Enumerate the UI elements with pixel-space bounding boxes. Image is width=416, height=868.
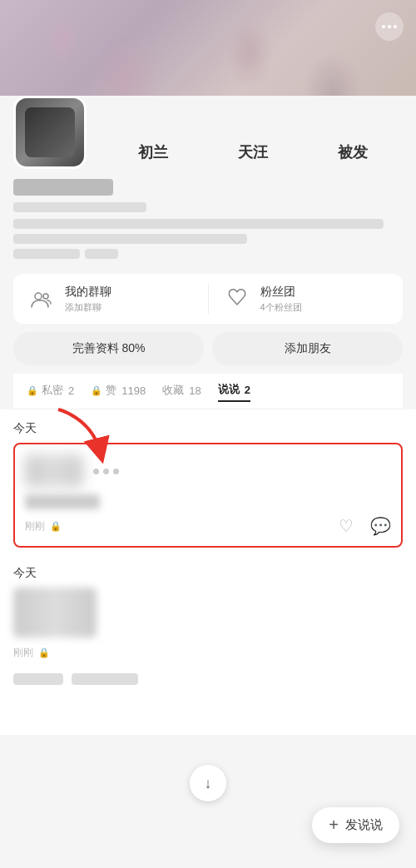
group-chat-icon xyxy=(27,284,57,314)
stats-row: 初兰 天汪 被发 xyxy=(103,142,403,169)
post-lock-icon-2: 🔒 xyxy=(38,647,50,658)
fab-label: 发说说 xyxy=(345,817,383,833)
ip-blurred xyxy=(13,249,80,259)
comment-icon-1[interactable]: 💬 xyxy=(370,516,391,536)
complete-profile-button[interactable]: 完善资料 80% xyxy=(13,332,204,365)
tab-favorites-count: 18 xyxy=(189,384,201,397)
more-dots-icon xyxy=(382,25,397,28)
avatar-inner xyxy=(25,107,75,157)
stat-item-2[interactable]: 被发 xyxy=(303,142,403,162)
tab-likes-label: 赞 xyxy=(106,383,116,398)
bottom-sub-blurred xyxy=(72,673,138,685)
ip-row xyxy=(13,249,403,259)
post-footer-2: 刚刚 🔒 xyxy=(13,646,403,660)
tab-likes[interactable]: 🔒 赞 1198 xyxy=(91,383,146,401)
stat-value-1: 天汪 xyxy=(203,142,303,162)
fab-post-button[interactable]: + 发说说 xyxy=(312,807,399,843)
fan-text: 粉丝团 4个粉丝团 xyxy=(260,285,302,314)
add-friend-label: 添加朋友 xyxy=(285,341,331,356)
post-card-2: 刚刚 🔒 xyxy=(13,588,403,673)
ip-tag-blurred xyxy=(85,249,118,259)
group-chat-title: 我的群聊 xyxy=(65,285,111,300)
bottom-label-blurred xyxy=(13,673,63,685)
group-chat-item[interactable]: 我的群聊 添加群聊 xyxy=(27,284,195,314)
service-row: 我的群聊 添加群聊 粉丝团 4个粉丝团 xyxy=(13,274,403,324)
post-dot-1 xyxy=(93,469,99,474)
more-options-button[interactable] xyxy=(375,12,404,41)
stat-value-2: 被发 xyxy=(303,142,403,162)
tab-private[interactable]: 🔒 私密 2 xyxy=(27,383,74,401)
tab-posts-label: 说说 xyxy=(218,382,240,397)
fan-title: 粉丝团 xyxy=(260,285,302,300)
tab-posts[interactable]: 说说 2 xyxy=(218,382,250,402)
username-blurred xyxy=(13,179,113,196)
post-image-blurred-1 xyxy=(25,494,100,509)
fan-icon xyxy=(222,284,252,314)
tab-posts-count: 2 xyxy=(245,384,250,396)
post-time-2: 刚刚 xyxy=(13,646,33,660)
post-meta-1: 刚刚 🔒 xyxy=(25,519,62,533)
tab-likes-count: 1198 xyxy=(121,384,146,397)
likes-lock-icon: 🔒 xyxy=(91,385,102,396)
post-dot-3 xyxy=(113,469,119,474)
avatar-image xyxy=(16,98,84,166)
like-icon-1[interactable]: ♡ xyxy=(339,516,354,536)
red-arrow xyxy=(42,401,125,468)
post-image-2 xyxy=(13,588,97,637)
scroll-indicator[interactable]: ↓ xyxy=(190,765,226,801)
post-meta-2: 刚刚 🔒 xyxy=(13,646,50,660)
user-info xyxy=(13,179,403,274)
post-dots-1 xyxy=(93,469,391,474)
private-lock-icon: 🔒 xyxy=(27,385,38,396)
tab-favorites[interactable]: 收藏 18 xyxy=(162,383,201,401)
stat-item-0[interactable]: 初兰 xyxy=(103,142,203,162)
avatar-stats-row: 初兰 天汪 被发 xyxy=(13,96,403,169)
scroll-down-icon: ↓ xyxy=(190,765,226,801)
post-actions-1: ♡ 💬 xyxy=(339,516,391,536)
fan-item[interactable]: 粉丝团 4个粉丝团 xyxy=(222,284,390,314)
complete-profile-label: 完善资料 80% xyxy=(72,341,146,356)
userid-blurred xyxy=(13,202,146,212)
action-buttons-row: 完善资料 80% 添加朋友 xyxy=(13,332,403,365)
group-chat-text: 我的群聊 添加群聊 xyxy=(65,285,111,314)
desc2-blurred xyxy=(13,234,247,244)
post-time-1: 刚刚 xyxy=(25,519,45,533)
fab-plus-icon: + xyxy=(329,816,339,835)
post-footer-1: 刚刚 🔒 ♡ 💬 xyxy=(25,516,391,536)
add-friend-button[interactable]: 添加朋友 xyxy=(212,332,403,365)
desc-blurred xyxy=(13,219,384,229)
post-lock-icon-1: 🔒 xyxy=(50,521,62,532)
tab-favorites-label: 收藏 xyxy=(162,383,184,398)
stat-item-1[interactable]: 天汪 xyxy=(203,142,303,162)
profile-section: 初兰 天汪 被发 xyxy=(0,96,416,409)
svg-point-0 xyxy=(35,293,42,300)
fan-sub: 4个粉丝团 xyxy=(260,301,302,314)
svg-point-1 xyxy=(43,294,48,299)
group-chat-sub: 添加群聊 xyxy=(65,301,111,314)
tab-private-count: 2 xyxy=(68,384,74,397)
avatar[interactable] xyxy=(13,96,87,169)
service-divider xyxy=(208,284,209,314)
tab-private-label: 私密 xyxy=(42,383,63,398)
post-dot-2 xyxy=(103,469,109,474)
bottom-row xyxy=(13,673,403,735)
stat-value-0: 初兰 xyxy=(103,142,203,162)
post-section-label-2: 今天 xyxy=(13,561,403,588)
